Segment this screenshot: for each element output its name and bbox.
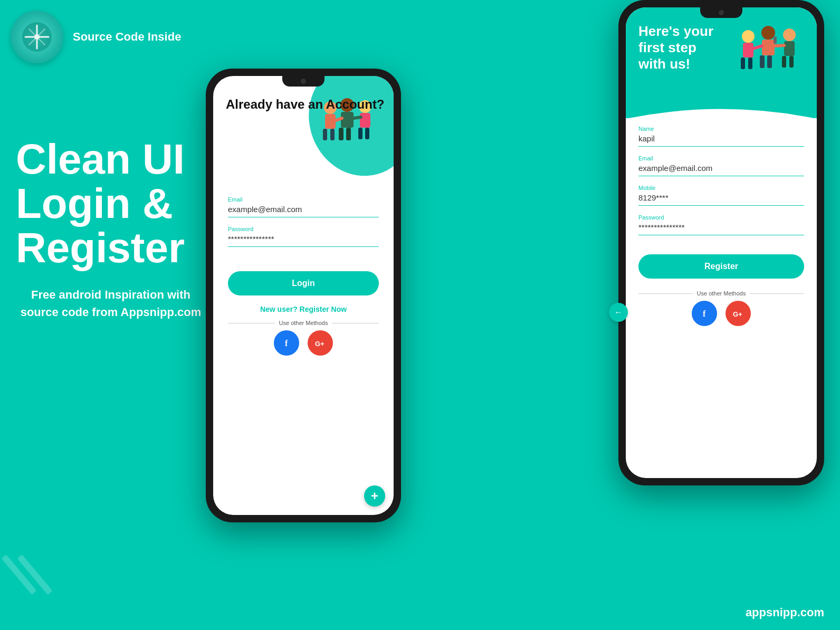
phone-notch-register [700, 7, 742, 18]
phone-register-screen: Here's your first step with us! [626, 7, 817, 478]
svg-point-25 [742, 30, 755, 43]
svg-rect-12 [341, 112, 354, 128]
svg-text:f: f [285, 339, 288, 348]
login-button[interactable]: Login [228, 271, 379, 295]
logo-area: Source Code Inside [11, 11, 181, 63]
svg-point-29 [761, 26, 775, 40]
svg-rect-18 [365, 128, 369, 139]
svg-text:f: f [703, 309, 706, 318]
svg-rect-9 [323, 129, 327, 140]
mobile-label: Mobile [638, 185, 804, 191]
people-illustration-register [727, 13, 817, 102]
login-header-text: Already have an Account? [226, 97, 385, 112]
facebook-icon-register: f [697, 306, 712, 321]
svg-rect-31 [760, 55, 765, 68]
phone-login-frame: Already have an Account? [206, 69, 401, 522]
login-header-area: Already have an Account? [213, 76, 394, 192]
phone-notch-login [282, 76, 324, 87]
back-button[interactable]: ← [609, 303, 628, 322]
phone-register-mockup: Here's your first step with us! [618, 0, 824, 485]
facebook-button-login[interactable]: f [274, 330, 299, 356]
svg-line-20 [354, 117, 361, 118]
fab-button[interactable]: + [364, 485, 385, 507]
svg-line-39 [775, 45, 784, 46]
social-icons-register: f G+ [638, 301, 804, 326]
reg-email-input[interactable]: example@email.com [638, 164, 804, 176]
source-code-label: Source Code Inside [73, 30, 181, 45]
svg-text:G+: G+ [733, 310, 742, 318]
svg-rect-36 [782, 56, 786, 68]
main-title: Clean UI Login & Register [16, 137, 206, 270]
reg-email-label: Email [638, 155, 804, 161]
app-logo [11, 11, 63, 63]
svg-rect-30 [762, 40, 775, 55]
reg-divider-line-right [750, 293, 804, 294]
register-header-text: Here's your first step with us! [638, 23, 723, 73]
social-icons-login: f G+ [228, 330, 379, 356]
phone-login-screen: Already have an Account? [213, 76, 394, 515]
google-plus-button-register[interactable]: G+ [726, 301, 751, 326]
reg-password-label: Password [638, 214, 804, 221]
svg-rect-26 [743, 43, 753, 58]
login-form-area: Email example@email.com Password *******… [213, 192, 394, 360]
svg-rect-27 [741, 58, 745, 69]
register-button[interactable]: Register [638, 254, 804, 279]
notch-dot-register [719, 10, 724, 15]
svg-line-38 [753, 46, 762, 49]
password-input[interactable]: *************** [228, 234, 379, 247]
divider-register: Use other Methods [638, 290, 804, 297]
phone-register-frame: Here's your first step with us! [618, 0, 824, 485]
email-label: Email [228, 196, 379, 203]
android-studio-icon [21, 21, 53, 53]
website-url: appsnipp.com [746, 606, 824, 619]
svg-point-34 [783, 28, 796, 41]
google-plus-icon: G+ [313, 336, 328, 350]
notch-dot [301, 79, 306, 84]
svg-rect-33 [774, 36, 777, 44]
svg-rect-14 [346, 128, 351, 140]
svg-rect-10 [330, 129, 335, 140]
main-title-text: Clean UI Login & Register [16, 136, 185, 271]
reg-divider-line-left [638, 293, 693, 294]
svg-text:G+: G+ [315, 340, 324, 348]
register-header: Here's your first step with us! [626, 7, 817, 118]
register-form-area: Name kapil Email example@email.com Mobil… [626, 118, 817, 333]
phone-login-mockup: Already have an Account? [206, 69, 401, 522]
svg-rect-32 [767, 55, 772, 68]
mobile-input[interactable]: 8129**** [638, 193, 804, 206]
svg-rect-37 [789, 56, 794, 68]
register-link[interactable]: New user? Register Now [228, 305, 379, 313]
reg-password-input[interactable]: *************** [638, 223, 804, 235]
svg-rect-16 [360, 113, 370, 128]
divider-line-right [332, 323, 379, 323]
email-input[interactable]: example@email.com [228, 205, 379, 217]
already-account-text: Already have an Account? [226, 97, 385, 112]
reg-other-methods-label: Use other Methods [697, 290, 746, 297]
subtitle-text: Free android Inspiration with source cod… [16, 286, 206, 321]
name-label: Name [638, 126, 804, 132]
svg-rect-35 [784, 41, 795, 56]
svg-rect-13 [339, 128, 343, 140]
svg-rect-28 [748, 58, 752, 69]
other-methods-label: Use other Methods [279, 320, 328, 326]
svg-rect-17 [358, 128, 362, 139]
name-input[interactable]: kapil [638, 134, 804, 147]
svg-line-19 [335, 118, 342, 121]
left-panel: Clean UI Login & Register Free android I… [16, 137, 206, 321]
password-label: Password [228, 226, 379, 232]
google-plus-icon-register: G+ [731, 306, 746, 321]
divider-login: Use other Methods [228, 320, 379, 326]
google-plus-button-login[interactable]: G+ [308, 330, 333, 356]
facebook-button-register[interactable]: f [692, 301, 717, 326]
divider-line-left [228, 323, 275, 323]
facebook-icon: f [279, 336, 294, 350]
